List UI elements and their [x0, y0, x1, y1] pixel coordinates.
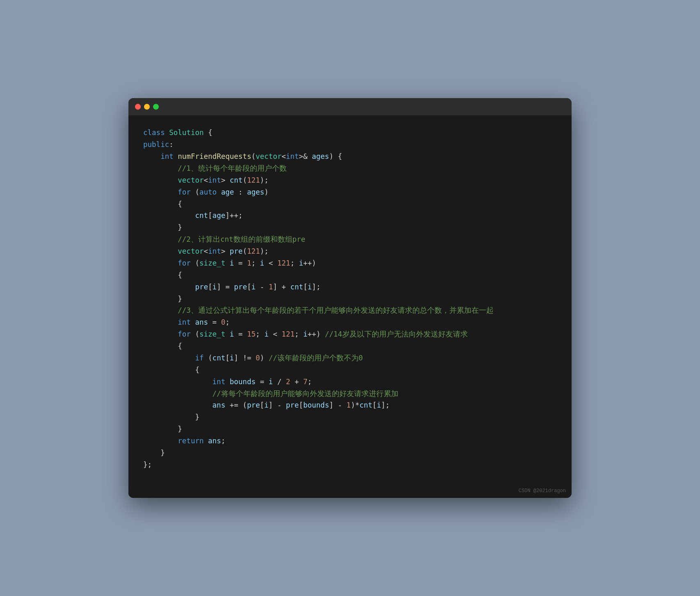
close-button[interactable] [135, 104, 141, 110]
code-area: class Solution { public: int numFriendRe… [128, 115, 572, 485]
code-block: class Solution { public: int numFriendRe… [143, 127, 557, 470]
watermark: CSDN @2021dragon [128, 486, 572, 498]
code-window: class Solution { public: int numFriendRe… [128, 98, 572, 497]
minimize-button[interactable] [144, 104, 150, 110]
titlebar [128, 98, 572, 115]
maximize-button[interactable] [153, 104, 159, 110]
